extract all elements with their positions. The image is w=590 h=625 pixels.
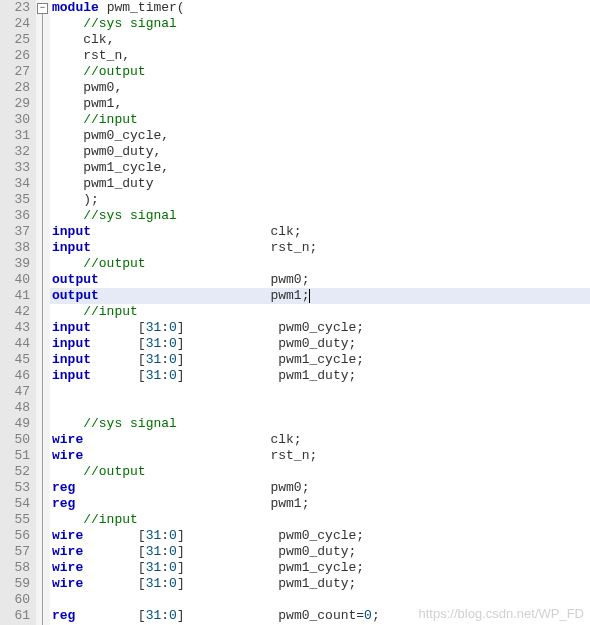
code-line[interactable]: //output xyxy=(50,256,590,272)
token-pn: : xyxy=(161,336,169,351)
code-editor[interactable]: 2324252627282930313233343536373839404142… xyxy=(0,0,590,625)
code-line[interactable]: clk, xyxy=(50,32,590,48)
line-number-gutter: 2324252627282930313233343536373839404142… xyxy=(0,0,36,625)
token-pn xyxy=(52,304,83,319)
code-line[interactable]: input [31:0] pwm0_cycle; xyxy=(50,320,590,336)
token-pn xyxy=(52,144,83,159)
token-id: pwm0 xyxy=(75,480,301,495)
token-pn: ; xyxy=(349,576,357,591)
token-pn: : xyxy=(161,576,169,591)
code-line[interactable]: //input xyxy=(50,304,590,320)
token-cm: //sys signal xyxy=(83,16,177,31)
code-area[interactable]: module pwm_timer( //sys signal clk, rst_… xyxy=(50,0,590,625)
token-kw: input xyxy=(52,224,91,239)
token-id: pwm1 xyxy=(75,496,301,511)
code-line[interactable]: module pwm_timer( xyxy=(50,0,590,16)
token-pn: [ xyxy=(83,560,145,575)
token-kw: wire xyxy=(52,432,83,447)
line-number: 49 xyxy=(4,416,30,432)
code-line[interactable]: pwm0, xyxy=(50,80,590,96)
token-pn xyxy=(52,64,83,79)
line-number: 51 xyxy=(4,448,30,464)
code-line[interactable]: pwm1_cycle, xyxy=(50,160,590,176)
code-line[interactable] xyxy=(50,400,590,416)
token-pn: [ xyxy=(83,576,145,591)
token-pn xyxy=(52,416,83,431)
token-pn: : xyxy=(161,544,169,559)
token-pn xyxy=(52,112,83,127)
line-number: 40 xyxy=(4,272,30,288)
token-pn: ; xyxy=(356,560,364,575)
token-pn: ; xyxy=(302,496,310,511)
token-cm: //output xyxy=(83,464,145,479)
code-line[interactable]: wire [31:0] pwm0_cycle; xyxy=(50,528,590,544)
token-id: pwm0_duty xyxy=(185,544,349,559)
token-pn: : xyxy=(161,368,169,383)
code-line[interactable]: //input xyxy=(50,112,590,128)
token-pn xyxy=(52,464,83,479)
code-line[interactable]: wire clk; xyxy=(50,432,590,448)
code-line[interactable]: input rst_n; xyxy=(50,240,590,256)
code-line[interactable]: wire [31:0] pwm1_cycle; xyxy=(50,560,590,576)
code-line[interactable]: pwm0_cycle, xyxy=(50,128,590,144)
token-br: 31 xyxy=(146,608,162,623)
token-id: clk xyxy=(83,432,294,447)
token-pn: ; xyxy=(372,608,380,623)
code-line[interactable]: //sys signal xyxy=(50,16,590,32)
token-br: 31 xyxy=(146,352,162,367)
token-kw: reg xyxy=(52,608,75,623)
code-line[interactable]: reg pwm0; xyxy=(50,480,590,496)
token-br: 0 xyxy=(169,560,177,575)
token-id: pwm1_cycle xyxy=(83,160,161,175)
token-pn: ] xyxy=(177,608,185,623)
token-br: 0 xyxy=(169,368,177,383)
code-line[interactable]: pwm1, xyxy=(50,96,590,112)
code-line[interactable]: output pwm1; xyxy=(50,288,590,304)
token-br: 0 xyxy=(169,336,177,351)
code-line[interactable]: output pwm0; xyxy=(50,272,590,288)
token-pn: [ xyxy=(75,608,145,623)
code-line[interactable]: pwm0_duty, xyxy=(50,144,590,160)
code-line[interactable]: wire rst_n; xyxy=(50,448,590,464)
line-number: 57 xyxy=(4,544,30,560)
code-line[interactable]: input clk; xyxy=(50,224,590,240)
token-kw: input xyxy=(52,240,91,255)
token-pn: , xyxy=(161,160,169,175)
token-id: pwm0_duty xyxy=(83,144,153,159)
code-line[interactable]: input [31:0] pwm0_duty; xyxy=(50,336,590,352)
token-kw: wire xyxy=(52,448,83,463)
token-kw: input xyxy=(52,320,91,335)
fold-column[interactable]: − xyxy=(36,0,50,625)
token-br: 0 xyxy=(169,352,177,367)
line-number: 52 xyxy=(4,464,30,480)
code-line[interactable]: //sys signal xyxy=(50,416,590,432)
token-br: 31 xyxy=(146,336,162,351)
token-kw: module xyxy=(52,0,99,15)
token-id: rst_n xyxy=(83,448,309,463)
line-number: 43 xyxy=(4,320,30,336)
code-line[interactable]: pwm1_duty xyxy=(50,176,590,192)
code-line[interactable]: wire [31:0] pwm0_duty; xyxy=(50,544,590,560)
code-line[interactable]: reg pwm1; xyxy=(50,496,590,512)
code-line[interactable]: wire [31:0] pwm1_duty; xyxy=(50,576,590,592)
code-line[interactable]: //output xyxy=(50,464,590,480)
code-line[interactable]: reg [31:0] pwm0_count=0; xyxy=(50,608,590,624)
code-line[interactable] xyxy=(50,592,590,608)
code-line[interactable]: input [31:0] pwm1_duty; xyxy=(50,368,590,384)
code-line[interactable]: //sys signal xyxy=(50,208,590,224)
token-pn: , xyxy=(107,32,115,47)
token-pn: , xyxy=(114,80,122,95)
token-id: pwm1_duty xyxy=(83,176,153,191)
code-line[interactable]: rst_n, xyxy=(50,48,590,64)
token-id: pwm1_duty xyxy=(185,576,349,591)
code-line[interactable]: ); xyxy=(50,192,590,208)
code-line[interactable]: //output xyxy=(50,64,590,80)
code-line[interactable]: //input xyxy=(50,512,590,528)
token-pn: ( xyxy=(177,0,185,15)
code-line[interactable]: input [31:0] pwm1_cycle; xyxy=(50,352,590,368)
token-id: pwm1 xyxy=(99,288,302,303)
fold-minus-icon[interactable]: − xyxy=(37,3,48,14)
code-line[interactable] xyxy=(50,384,590,400)
token-pn xyxy=(52,80,83,95)
token-kw: input xyxy=(52,352,91,367)
